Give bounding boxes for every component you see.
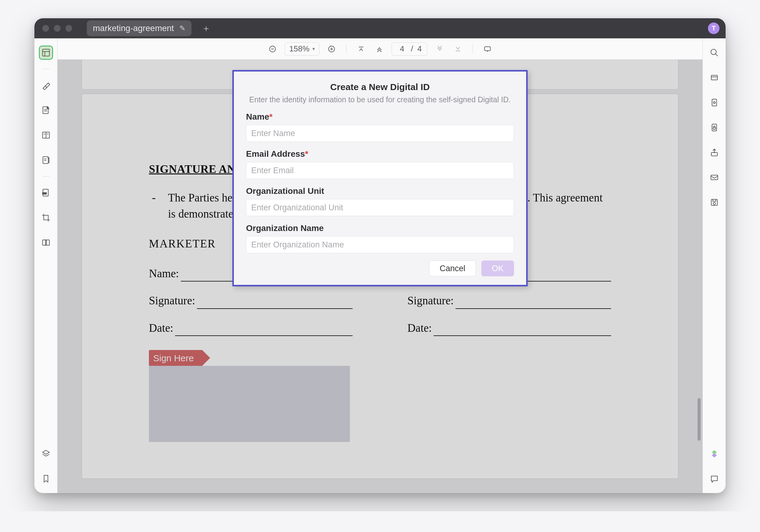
email-label: Email Address* bbox=[246, 149, 514, 159]
avatar-initial: T bbox=[712, 24, 716, 32]
zoom-select[interactable]: 158% ▾ bbox=[285, 42, 320, 56]
svg-point-26 bbox=[711, 49, 716, 55]
reader-icon[interactable] bbox=[39, 128, 53, 142]
form-icon[interactable] bbox=[39, 153, 53, 167]
pencil-icon[interactable]: ✎ bbox=[179, 24, 185, 32]
svg-line-27 bbox=[715, 54, 718, 56]
svg-rect-35 bbox=[711, 175, 718, 180]
cancel-button[interactable]: Cancel bbox=[429, 260, 476, 276]
zoom-in-button[interactable] bbox=[325, 43, 338, 55]
highlighter-icon[interactable] bbox=[39, 78, 53, 92]
svg-point-38 bbox=[713, 202, 716, 205]
separator bbox=[346, 45, 347, 53]
dialog-title: Create a New Digital ID bbox=[246, 82, 514, 92]
thumbnails-icon[interactable] bbox=[39, 46, 53, 60]
dialog-subtitle: Enter the identity information to be use… bbox=[246, 95, 514, 104]
create-digital-id-dialog: Create a New Digital ID Enter the identi… bbox=[232, 70, 528, 287]
minimize-window-icon[interactable] bbox=[54, 25, 61, 32]
ok-button-label: OK bbox=[492, 264, 503, 273]
svg-rect-28 bbox=[711, 75, 717, 80]
page-current-input[interactable] bbox=[397, 44, 406, 54]
share-icon[interactable] bbox=[707, 146, 721, 159]
svg-rect-24 bbox=[485, 47, 491, 51]
ocr-icon[interactable] bbox=[707, 70, 721, 85]
center-column: 158% ▾ / 4 bbox=[58, 38, 702, 493]
mail-icon[interactable] bbox=[707, 170, 721, 184]
redact-icon[interactable] bbox=[39, 186, 53, 200]
bookmarks-icon[interactable] bbox=[39, 472, 53, 486]
page-total: 4 bbox=[417, 44, 422, 54]
svg-rect-14 bbox=[42, 192, 47, 195]
cancel-button-label: Cancel bbox=[440, 264, 465, 273]
svg-rect-0 bbox=[42, 49, 49, 56]
close-window-icon[interactable] bbox=[42, 25, 49, 32]
zoom-value: 158% bbox=[289, 44, 310, 54]
email-input[interactable] bbox=[246, 162, 514, 179]
window-controls bbox=[42, 25, 72, 32]
document-area: SIGNATURE AND DATE - The Parties hereby … bbox=[58, 60, 702, 493]
org-unit-input[interactable] bbox=[246, 199, 514, 216]
svg-rect-30 bbox=[712, 99, 716, 106]
layers-icon[interactable] bbox=[39, 447, 53, 461]
compare-icon[interactable] bbox=[39, 236, 53, 249]
chevron-down-icon: ▾ bbox=[312, 46, 315, 52]
ai-assist-icon[interactable] bbox=[707, 447, 721, 461]
svg-rect-33 bbox=[713, 127, 716, 129]
tab-active[interactable]: marketing-agreement ✎ bbox=[87, 21, 192, 36]
svg-point-31 bbox=[713, 102, 715, 104]
org-unit-label: Organizational Unit bbox=[246, 186, 514, 196]
comments-icon[interactable] bbox=[707, 472, 721, 486]
first-page-button[interactable] bbox=[355, 43, 367, 55]
avatar[interactable]: T bbox=[708, 22, 720, 34]
left-rail bbox=[34, 38, 58, 493]
prev-page-button[interactable] bbox=[373, 43, 386, 55]
crop-icon[interactable] bbox=[39, 211, 53, 225]
search-icon[interactable] bbox=[707, 46, 721, 60]
save-icon[interactable] bbox=[707, 196, 721, 209]
separator bbox=[473, 45, 473, 53]
app-body: 158% ▾ / 4 bbox=[34, 38, 726, 493]
page-slash: / bbox=[411, 44, 413, 54]
new-tab-button[interactable]: ＋ bbox=[201, 22, 212, 35]
protect-icon[interactable] bbox=[707, 120, 721, 135]
fullscreen-window-icon[interactable] bbox=[66, 25, 72, 32]
presentation-icon[interactable] bbox=[481, 43, 494, 55]
next-page-button[interactable] bbox=[434, 43, 446, 55]
tab-title: marketing-agreement bbox=[93, 23, 174, 33]
app-window: marketing-agreement ✎ ＋ T bbox=[34, 18, 726, 493]
svg-rect-10 bbox=[43, 157, 48, 164]
right-rail bbox=[702, 38, 726, 493]
zoom-out-button[interactable] bbox=[266, 43, 279, 55]
org-name-input[interactable] bbox=[246, 236, 514, 253]
name-label: Name* bbox=[246, 112, 514, 122]
name-input[interactable] bbox=[246, 125, 514, 142]
svg-rect-37 bbox=[713, 200, 716, 201]
attach-icon[interactable] bbox=[707, 96, 721, 110]
page-indicator: / 4 bbox=[392, 42, 428, 56]
ok-button[interactable]: OK bbox=[481, 260, 514, 276]
org-name-label: Organization Name bbox=[246, 223, 514, 233]
view-toolbar: 158% ▾ / 4 bbox=[58, 38, 702, 60]
annotate-icon[interactable] bbox=[39, 103, 53, 117]
last-page-button[interactable] bbox=[452, 43, 464, 55]
titlebar: marketing-agreement ✎ ＋ T bbox=[34, 18, 726, 38]
